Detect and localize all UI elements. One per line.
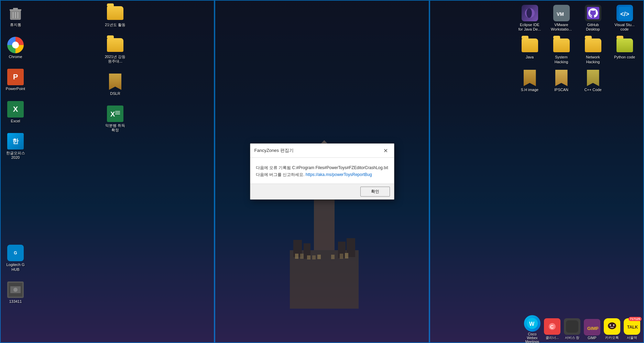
modal-title: FancyZones 편집기 xyxy=(254,147,294,154)
fancyzones-dialog: FancyZones 편집기 ✕ 다음에 오류 기록됨 C:#Program F… xyxy=(250,143,394,199)
modal-overlay: FancyZones 편집기 ✕ 다음에 오류 기록됨 C:#Program F… xyxy=(0,0,644,343)
modal-link[interactable]: https://aka.ms/powerToysReportBug xyxy=(306,172,372,177)
confirm-button[interactable]: 확인 xyxy=(360,187,390,197)
modal-footer: 확인 xyxy=(250,184,394,199)
modal-close-button[interactable]: ✕ xyxy=(382,146,390,155)
modal-titlebar: FancyZones 편집기 ✕ xyxy=(250,144,394,158)
modal-message: 다음에 오류 기록됨 C:#Program Files#PowerToys#FZ… xyxy=(256,165,389,178)
modal-message-line1: 다음에 오류 기록됨 C:#Program Files#PowerToys#FZ… xyxy=(256,165,388,170)
modal-body: 다음에 오류 기록됨 C:#Program Files#PowerToys#FZ… xyxy=(250,158,394,183)
modal-message-prefix: 다음에 버그를 신고하세요. xyxy=(256,172,306,177)
